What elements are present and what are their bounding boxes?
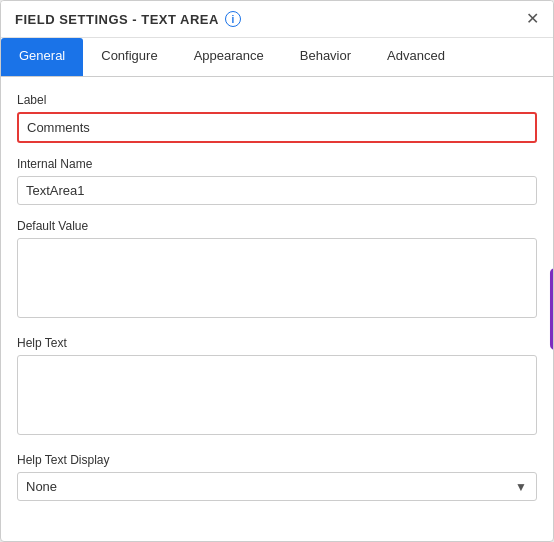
- app-data-button[interactable]: ‹ App Data: [550, 268, 553, 350]
- help-text-display-select-wrapper: None Tooltip Inline ▼: [17, 472, 537, 501]
- default-value-textarea[interactable]: [17, 238, 537, 318]
- default-value-field-group: Default Value: [17, 219, 537, 322]
- label-field-label: Label: [17, 93, 537, 107]
- dialog-header: FIELD SETTINGS - TEXT AREA i ✕: [1, 1, 553, 38]
- tab-configure[interactable]: Configure: [83, 38, 175, 76]
- help-text-display-label: Help Text Display: [17, 453, 537, 467]
- internal-name-input[interactable]: [17, 176, 537, 205]
- help-text-display-select[interactable]: None Tooltip Inline: [17, 472, 537, 501]
- dialog-title: FIELD SETTINGS - TEXT AREA: [15, 12, 219, 27]
- internal-name-field-group: Internal Name: [17, 157, 537, 205]
- default-value-label: Default Value: [17, 219, 537, 233]
- tab-behavior[interactable]: Behavior: [282, 38, 369, 76]
- help-text-display-field-group: Help Text Display None Tooltip Inline ▼: [17, 453, 537, 501]
- close-icon[interactable]: ✕: [526, 11, 539, 27]
- dialog-content: Label Internal Name Default Value Help T…: [1, 77, 553, 541]
- help-text-label: Help Text: [17, 336, 537, 350]
- help-text-field-group: Help Text: [17, 336, 537, 439]
- dialog-body: Label Internal Name Default Value Help T…: [1, 77, 553, 541]
- tab-general[interactable]: General: [1, 38, 83, 76]
- help-text-textarea[interactable]: [17, 355, 537, 435]
- info-icon[interactable]: i: [225, 11, 241, 27]
- label-field-group: Label: [17, 93, 537, 143]
- dialog: FIELD SETTINGS - TEXT AREA i ✕ General C…: [0, 0, 554, 542]
- label-input[interactable]: [17, 112, 537, 143]
- internal-name-label: Internal Name: [17, 157, 537, 171]
- dialog-title-wrapper: FIELD SETTINGS - TEXT AREA i: [15, 11, 241, 27]
- tabs-bar: General Configure Appearance Behavior Ad…: [1, 38, 553, 77]
- tab-advanced[interactable]: Advanced: [369, 38, 463, 76]
- tab-appearance[interactable]: Appearance: [176, 38, 282, 76]
